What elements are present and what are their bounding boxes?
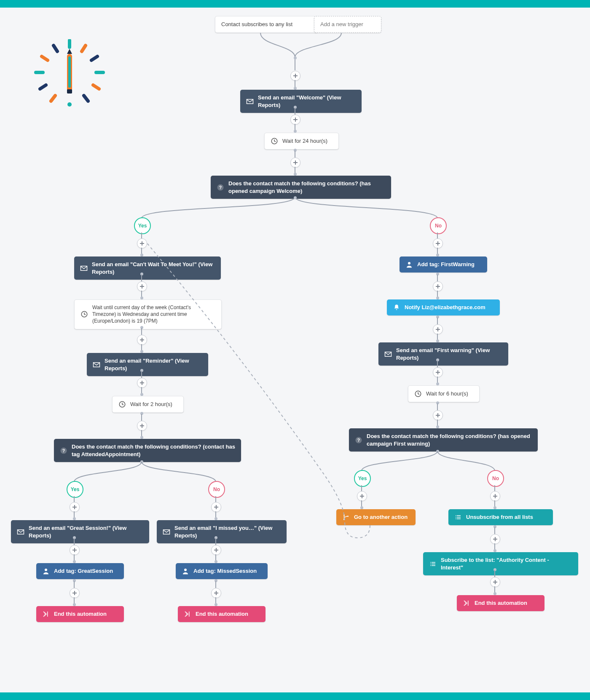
action-label: End this automation	[475, 599, 539, 607]
add-step-button[interactable]	[490, 577, 500, 587]
action-end-automation[interactable]: End this automation	[178, 606, 266, 622]
list-icon	[454, 513, 462, 521]
list-icon	[429, 560, 437, 568]
end-icon	[42, 610, 50, 618]
action-label: End this automation	[54, 610, 118, 618]
action-end-automation[interactable]: End this automation	[36, 606, 124, 622]
action-end-automation[interactable]: End this automation	[457, 595, 544, 611]
end-icon	[463, 599, 470, 607]
add-step-button[interactable]	[490, 491, 500, 501]
branch-no: No	[487, 470, 504, 487]
action-label: Unsubscribe from all lists	[466, 513, 547, 521]
no-label: No	[492, 476, 499, 481]
action-label: End this automation	[196, 610, 260, 618]
add-step-button[interactable]	[490, 534, 500, 544]
action-subscribe-list[interactable]: Subscribe to the list: "Authority Conten…	[423, 552, 578, 575]
action-unsubscribe[interactable]: Unsubscribe from all lists	[448, 509, 553, 525]
end-icon	[184, 610, 191, 618]
action-label: Subscribe to the list: "Authority Conten…	[441, 556, 572, 571]
